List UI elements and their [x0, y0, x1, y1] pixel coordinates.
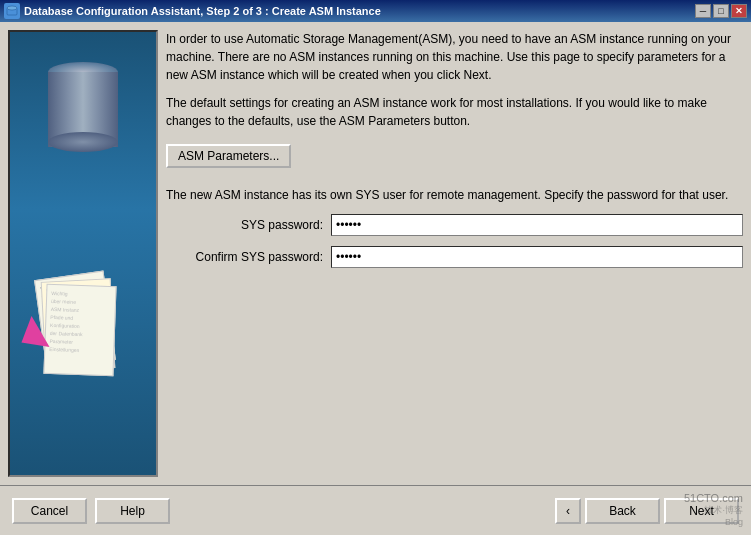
site-sub: 技术·博客Blog — [684, 504, 743, 527]
bottom-left-buttons: Cancel Help — [12, 498, 170, 524]
title-bar: Database Configuration Assistant, Step 2… — [0, 0, 751, 22]
bottom-bar: Cancel Help ‹ Back Next — [0, 485, 751, 535]
password-section: The new ASM instance has its own SYS use… — [166, 186, 743, 278]
maximize-button[interactable]: □ — [713, 4, 729, 18]
window-icon — [4, 3, 20, 19]
paper3: Wichtigüber meineASM InstanzPfade undKon… — [43, 284, 116, 376]
sys-password-label: SYS password: — [166, 218, 331, 232]
content-area: Wichtigüber meineASM InstanzPfade undKon… — [0, 22, 751, 485]
description-para2: The default settings for creating an ASM… — [166, 94, 743, 130]
cancel-button[interactable]: Cancel — [12, 498, 87, 524]
sys-password-row: SYS password: — [166, 214, 743, 236]
password-section-desc: The new ASM instance has its own SYS use… — [166, 186, 743, 204]
close-button[interactable]: ✕ — [731, 4, 747, 18]
svg-point-1 — [7, 6, 17, 10]
description-para1: In order to use Automatic Storage Manage… — [166, 30, 743, 84]
window-body: Wichtigüber meineASM InstanzPfade undKon… — [0, 22, 751, 535]
confirm-password-input[interactable] — [331, 246, 743, 268]
asm-parameters-button[interactable]: ASM Parameters... — [166, 144, 291, 168]
site-watermark: 51CTO.com 技术·博客Blog — [684, 492, 743, 527]
confirm-password-row: Confirm SYS password: — [166, 246, 743, 268]
confirm-password-label: Confirm SYS password: — [166, 250, 331, 264]
papers-illustration: Wichtigüber meineASM InstanzPfade undKon… — [35, 275, 115, 395]
sys-password-input[interactable] — [331, 214, 743, 236]
back-button[interactable]: Back — [585, 498, 660, 524]
site-name: 51CTO.com — [684, 492, 743, 504]
back-arrow-button[interactable]: ‹ — [555, 498, 581, 524]
help-button[interactable]: Help — [95, 498, 170, 524]
left-panel: Wichtigüber meineASM InstanzPfade undKon… — [8, 30, 158, 477]
title-bar-buttons: ─ □ ✕ — [695, 4, 747, 18]
db-cylinder-illustration — [48, 62, 118, 152]
right-content: In order to use Automatic Storage Manage… — [166, 30, 743, 477]
minimize-button[interactable]: ─ — [695, 4, 711, 18]
window-title: Database Configuration Assistant, Step 2… — [24, 5, 695, 17]
